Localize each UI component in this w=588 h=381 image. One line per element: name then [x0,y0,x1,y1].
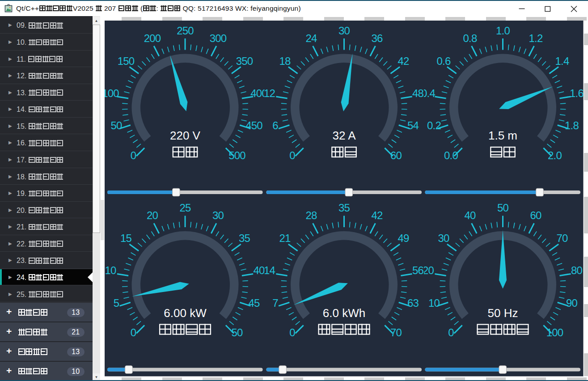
svg-text:200: 200 [144,32,161,44]
svg-text:30: 30 [338,25,350,37]
svg-text:60: 60 [390,149,402,161]
svg-text:10: 10 [105,264,116,276]
svg-text:500: 500 [228,149,245,161]
svg-text:100: 100 [546,326,563,339]
svg-text:35: 35 [338,202,350,214]
svg-text:42: 42 [371,209,383,221]
svg-text:250: 250 [177,25,194,37]
svg-text:1.2: 1.2 [529,32,543,44]
svg-text:0: 0 [289,149,295,161]
svg-text:56: 56 [412,264,424,276]
svg-text:10: 10 [428,297,440,309]
svg-text:5: 5 [114,297,119,309]
svg-text:49: 49 [398,232,409,244]
svg-text:90: 90 [566,297,578,309]
svg-text:40: 40 [253,264,265,276]
svg-text:0: 0 [448,326,454,339]
svg-text:70: 70 [390,326,402,339]
svg-text:1.0: 1.0 [496,25,510,37]
svg-text:1.6: 1.6 [570,87,584,99]
svg-text:0.8: 0.8 [463,32,477,44]
svg-text:2.0: 2.0 [548,149,562,161]
svg-text:1.4: 1.4 [555,55,569,67]
svg-text:220 V: 220 V [170,129,201,142]
svg-text:20: 20 [423,264,434,276]
svg-text:0.0: 0.0 [444,149,458,161]
svg-text:42: 42 [398,55,409,67]
svg-text:28: 28 [305,209,317,221]
svg-text:7: 7 [272,297,278,309]
svg-text:15: 15 [120,232,132,244]
svg-text:350: 350 [236,55,253,67]
svg-text:14: 14 [264,264,275,276]
svg-text:40: 40 [464,209,476,221]
svg-text:50: 50 [497,202,509,214]
svg-text:300: 300 [210,32,227,44]
svg-text:21: 21 [279,232,291,244]
svg-text:35: 35 [239,232,250,244]
svg-text:1.8: 1.8 [565,119,579,131]
svg-text:18: 18 [279,55,291,67]
svg-text:1.5 m: 1.5 m [488,129,517,142]
svg-text:6: 6 [272,119,278,131]
svg-text:0: 0 [131,149,136,161]
svg-text:45: 45 [248,297,260,309]
svg-text:12: 12 [264,87,275,99]
svg-text:36: 36 [371,32,383,44]
svg-text:150: 150 [118,55,135,67]
svg-text:20: 20 [147,209,158,221]
svg-text:80: 80 [571,264,583,276]
svg-text:0: 0 [131,326,136,339]
svg-text:50 Hz: 50 Hz [488,306,518,320]
svg-text:60: 60 [530,209,541,221]
svg-text:54: 54 [407,119,419,131]
svg-text:100: 100 [105,87,119,99]
svg-text:6.0 kWh: 6.0 kWh [323,306,365,320]
svg-text:63: 63 [407,297,419,309]
svg-text:6.00 kW: 6.00 kW [164,306,207,320]
svg-text:30: 30 [212,209,224,221]
svg-text:32 A: 32 A [332,129,356,142]
svg-text:0.6: 0.6 [437,55,451,67]
svg-text:30: 30 [438,232,449,244]
svg-text:450: 450 [245,119,262,131]
svg-text:24: 24 [305,32,317,44]
svg-text:70: 70 [556,232,568,244]
svg-text:50: 50 [110,119,122,131]
svg-text:0.2: 0.2 [427,119,441,131]
svg-text:48: 48 [412,87,424,99]
svg-text:0: 0 [289,326,295,339]
svg-text:25: 25 [179,202,191,214]
svg-text:50: 50 [231,326,243,339]
